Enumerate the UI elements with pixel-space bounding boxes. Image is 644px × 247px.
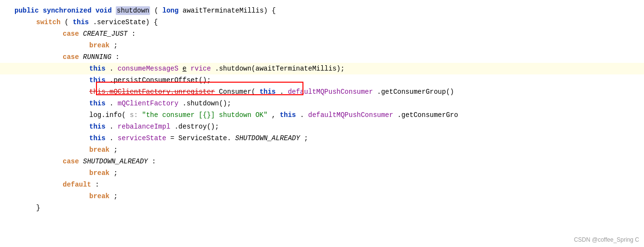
code-line-18: }	[0, 202, 644, 214]
code-line-6: this . consumeMessageS e rvice .shutdown…	[0, 63, 644, 74]
code-line-14: case SHUTDOWN_ALREADY :	[0, 156, 644, 167]
code-line-16: default :	[0, 179, 644, 190]
code-line-12: this . serviceState = ServiceState. SHUT…	[0, 132, 644, 144]
code-line-11: this . rebalanceImpl .destroy();	[0, 121, 644, 132]
code-line-2: switch ( this .serviceState) {	[0, 16, 644, 28]
code-line-7: this .persistConsumerOffset();	[0, 74, 644, 86]
code-line-17: break ;	[0, 190, 644, 202]
watermark-label: CSDN @coffee_Spring C	[574, 236, 639, 243]
code-line-5: case RUNNING :	[0, 51, 644, 63]
code-line-8: this.mQClientFactory.unregister Consumer…	[0, 86, 644, 98]
code-line-1: public synchronized void shutdown ( long…	[0, 5, 644, 16]
code-line-4: break ;	[0, 40, 644, 51]
code-line-13: break ;	[0, 144, 644, 156]
code-editor: public synchronized void shutdown ( long…	[0, 0, 644, 247]
code-line-9: this . mQClientFactory .shutdown();	[0, 98, 644, 109]
code-line-10: log.info( s: "the consumer [{}] shutdown…	[0, 109, 644, 121]
code-line-3: case CREATE_JUST :	[0, 28, 644, 40]
code-line-15: break ;	[0, 167, 644, 179]
